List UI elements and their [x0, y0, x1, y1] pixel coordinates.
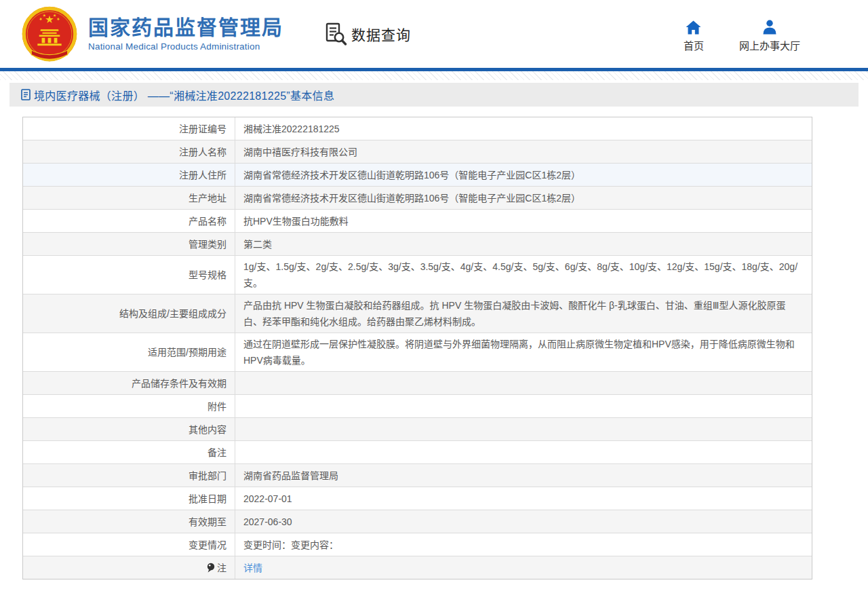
details-link[interactable]: 详情 [243, 563, 262, 573]
table-row: 结构及组成/主要组成成分 产品由抗 HPV 生物蛋白凝胶和给药器组成。抗 HPV… [23, 294, 812, 333]
table-row: 备注 [23, 441, 812, 464]
row-label-text: 产品储存条件及有效期 [132, 375, 226, 392]
brand-subtitle: National Medical Products Administration [88, 41, 283, 52]
row-label-text: 注 [217, 560, 226, 576]
nav-item-service-hall[interactable]: 网上办事大厅 [739, 20, 800, 52]
row-value: 湘械注准20222181225 [235, 117, 812, 140]
table-row: 批准日期 2022-07-01 [23, 487, 812, 510]
row-value-text: 湖南中禧医疗科技有限公司 [243, 144, 801, 160]
table-row: 管理类别 第二类 [23, 233, 812, 256]
row-value-text: 变更时间：变更内容： [243, 537, 801, 553]
nav-item-home[interactable]: 首页 [684, 20, 704, 52]
row-value-text: 抗HPV生物蛋白功能敷料 [243, 213, 801, 229]
bulb-icon [207, 563, 215, 573]
row-value [235, 395, 812, 417]
row-value: 第二类 [235, 233, 812, 255]
row-value: 产品由抗 HPV 生物蛋白凝胶和给药器组成。抗 HPV 生物蛋白凝胶由卡波姆、酸… [235, 294, 812, 332]
row-label-text: 管理类别 [189, 236, 226, 252]
row-label: 其他内容 [23, 418, 235, 440]
row-label-text: 注册人住所 [179, 167, 226, 183]
document-icon [21, 89, 31, 100]
row-value-text: 湘械注准20222181225 [243, 121, 801, 137]
row-label: 生产地址 [23, 187, 235, 209]
row-label-text: 变更情况 [189, 537, 226, 553]
table-row: 注 详情 [23, 556, 812, 579]
row-label: 结构及组成/主要组成成分 [23, 294, 235, 332]
row-label-text: 注册人名称 [179, 144, 226, 160]
nav-item-label: 网上办事大厅 [739, 38, 800, 52]
row-label-text: 结构及组成/主要组成成分 [119, 305, 226, 322]
row-label-text: 有效期至 [189, 514, 226, 530]
row-value-text: 通过在阴道壁形成一层保护性凝胶膜。将阴道壁与外界细菌物理隔离，从而阻止病原微生物… [243, 336, 801, 368]
row-value: 2022-07-01 [235, 487, 812, 510]
row-label: 产品名称 [23, 210, 235, 232]
table-row: 型号规格 1g/支、1.5g/支、2g/支、2.5g/支、3g/支、3.5g/支… [23, 256, 812, 294]
nav-item-label: 首页 [684, 38, 704, 52]
page-header: 国家药品监督管理局 National Medical Products Admi… [0, 0, 868, 68]
table-row: 有效期至 2027-06-30 [23, 510, 812, 533]
row-label-text: 其他内容 [189, 421, 226, 438]
brand-title: 国家药品监督管理局 [88, 16, 283, 39]
row-value: 湖南中禧医疗科技有限公司 [235, 140, 812, 163]
row-value: 2027-06-30 [235, 510, 812, 533]
row-label: 有效期至 [23, 510, 235, 533]
row-value-text: 第二类 [243, 236, 801, 252]
row-label: 批准日期 [23, 487, 235, 510]
row-value-text: 详情 [243, 560, 801, 576]
table-row: 变更情况 变更时间：变更内容： [23, 533, 812, 556]
table-row: 生产地址 湖南省常德经济技术开发区德山街道乾明路106号（智能电子产业园C区1栋… [23, 187, 812, 210]
data-query-label: 数据查询 [351, 24, 411, 44]
row-label: 管理类别 [23, 233, 235, 255]
row-label-text: 审批部门 [189, 468, 226, 484]
row-value: 抗HPV生物蛋白功能敷料 [235, 210, 812, 232]
data-query-nav[interactable]: 数据查询 [326, 22, 411, 45]
row-label-text: 备注 [208, 444, 226, 461]
row-label: 产品储存条件及有效期 [23, 372, 235, 394]
document-search-icon [326, 22, 347, 45]
row-label-text: 生产地址 [189, 190, 226, 206]
row-value: 通过在阴道壁形成一层保护性凝胶膜。将阴道壁与外界细菌物理隔离，从而阻止病原微生物… [235, 333, 812, 371]
row-label: 备注 [23, 441, 235, 463]
row-value-text: 湖南省常德经济技术开发区德山街道乾明路106号（智能电子产业园C区1栋2层） [243, 167, 801, 183]
row-value: 湖南省药品监督管理局 [235, 464, 812, 487]
row-value: 湖南省常德经济技术开发区德山街道乾明路106号（智能电子产业园C区1栋2层） [235, 164, 812, 186]
row-label: 注 [23, 556, 235, 579]
page-title: 境内医疗器械（注册） ——“湘械注准20222181225”基本信息 [34, 87, 334, 103]
page-title-bar: 境内医疗器械（注册） ——“湘械注准20222181225”基本信息 [9, 83, 859, 107]
row-label: 型号规格 [23, 256, 235, 294]
table-row: 产品名称 抗HPV生物蛋白功能敷料 [23, 210, 812, 233]
row-value: 1g/支、1.5g/支、2g/支、2.5g/支、3g/支、3.5g/支、4g/支… [235, 256, 812, 294]
table-row: 其他内容 [23, 418, 812, 441]
row-value-text: 湖南省常德经济技术开发区德山街道乾明路106号（智能电子产业园C区1栋2层） [243, 190, 801, 206]
row-value-text: 2027-06-30 [243, 514, 801, 530]
row-label-text: 注册证编号 [179, 121, 226, 137]
row-label-text: 型号规格 [189, 267, 226, 283]
top-nav: 首页 网上办事大厅 [684, 20, 800, 52]
row-label-text: 产品名称 [189, 213, 226, 229]
brand-block: 国家药品监督管理局 National Medical Products Admi… [88, 16, 283, 52]
row-label: 注册人名称 [23, 140, 235, 163]
row-value: 变更时间：变更内容： [235, 533, 812, 556]
row-value [235, 441, 812, 463]
row-value-text: 湖南省药品监督管理局 [243, 468, 801, 484]
row-label: 注册人住所 [23, 164, 235, 186]
table-row: 审批部门 湖南省药品监督管理局 [23, 464, 812, 487]
row-label: 注册证编号 [23, 117, 235, 140]
row-value: 详情 [235, 556, 812, 579]
table-row: 注册人住所 湖南省常德经济技术开发区德山街道乾明路106号（智能电子产业园C区1… [23, 164, 812, 187]
table-row: 产品储存条件及有效期 [23, 372, 812, 395]
table-row: 附件 [23, 395, 812, 418]
row-label-text: 批准日期 [189, 491, 226, 507]
user-icon [762, 20, 777, 35]
national-emblem-logo [20, 5, 79, 64]
row-value-text: 2022-07-01 [243, 491, 801, 507]
home-icon [686, 20, 701, 35]
row-label: 适用范围/预期用途 [23, 333, 235, 371]
table-row: 注册证编号 湘械注准20222181225 [23, 117, 812, 140]
row-value [235, 418, 812, 440]
table-row: 适用范围/预期用途 通过在阴道壁形成一层保护性凝胶膜。将阴道壁与外界细菌物理隔离… [23, 333, 812, 372]
row-label: 审批部门 [23, 464, 235, 487]
row-label-text: 附件 [208, 398, 226, 415]
row-value-text: 1g/支、1.5g/支、2g/支、2.5g/支、3g/支、3.5g/支、4g/支… [243, 259, 801, 291]
info-table: 注册证编号 湘械注准20222181225 注册人名称 湖南中禧医疗科技有限公司… [22, 117, 812, 580]
